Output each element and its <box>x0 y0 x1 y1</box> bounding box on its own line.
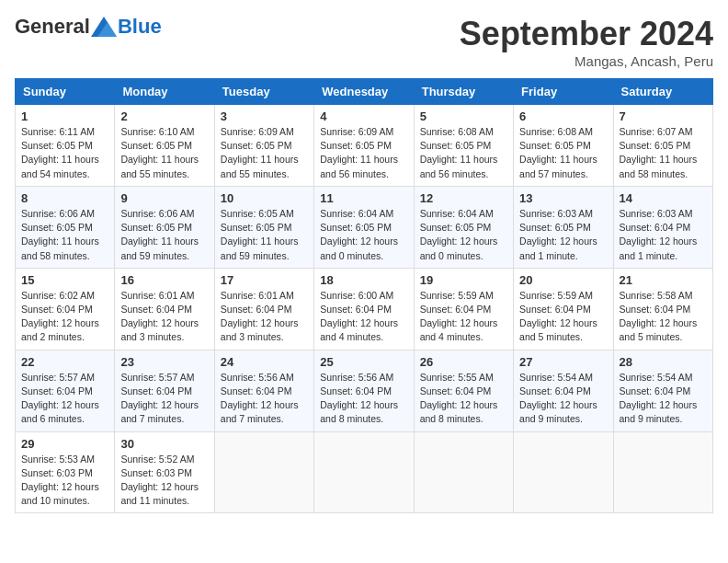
sunrise-label: Sunrise: <box>120 454 158 465</box>
calendar-week-row: 22 Sunrise: 5:57 AM Sunset: 6:04 PM Dayl… <box>16 350 713 431</box>
table-row: 9 Sunrise: 6:06 AM Sunset: 6:05 PM Dayli… <box>115 186 214 268</box>
sunrise-label: Sunrise: <box>420 372 458 383</box>
day-number: 14 <box>620 191 707 205</box>
daylight-label: Daylight: 11 hours and 56 minutes. <box>420 154 498 178</box>
table-row: 1 Sunrise: 6:11 AM Sunset: 6:05 PM Dayli… <box>16 105 115 187</box>
sunrise-value: 6:04 AM <box>458 208 494 219</box>
sunrise-value: 6:07 AM <box>657 126 693 137</box>
daylight-label: Daylight: 11 hours and 55 minutes. <box>221 154 299 178</box>
day-number: 30 <box>120 437 208 451</box>
sunrise-value: 6:00 AM <box>358 290 394 301</box>
day-info: Sunrise: 5:55 AM Sunset: 6:04 PM Dayligh… <box>420 371 507 427</box>
sunrise-value: 6:11 AM <box>59 126 95 137</box>
daylight-label: Daylight: 12 hours and 4 minutes. <box>420 317 498 342</box>
sunrise-value: 6:04 AM <box>358 208 394 219</box>
sunrise-value: 6:03 AM <box>657 208 693 219</box>
table-row: 30 Sunrise: 5:52 AM Sunset: 6:03 PM Dayl… <box>115 431 214 513</box>
logo-blue-text: Blue <box>118 15 162 39</box>
day-number: 28 <box>620 355 707 369</box>
day-number: 3 <box>221 109 308 123</box>
sunset-value: 6:05 PM <box>256 222 291 233</box>
sunrise-value: 5:58 AM <box>657 290 693 301</box>
sunrise-value: 6:02 AM <box>59 290 95 301</box>
daylight-label: Daylight: 12 hours and 6 minutes. <box>21 399 99 424</box>
sunrise-label: Sunrise: <box>21 454 59 465</box>
sunset-label: Sunset: <box>620 304 655 315</box>
daylight-label: Daylight: 12 hours and 10 minutes. <box>21 481 99 506</box>
day-info: Sunrise: 6:06 AM Sunset: 6:05 PM Dayligh… <box>21 207 108 263</box>
sunset-label: Sunset: <box>620 385 655 396</box>
col-saturday: Saturday <box>613 79 712 105</box>
table-row: 28 Sunrise: 5:54 AM Sunset: 6:04 PM Dayl… <box>613 350 712 431</box>
sunrise-value: 5:59 AM <box>458 290 494 301</box>
sunset-value: 6:05 PM <box>156 140 192 151</box>
day-info: Sunrise: 6:06 AM Sunset: 6:05 PM Dayligh… <box>120 207 208 263</box>
table-row: 22 Sunrise: 5:57 AM Sunset: 6:04 PM Dayl… <box>16 350 115 431</box>
sunset-label: Sunset: <box>120 385 156 396</box>
day-number: 2 <box>120 109 208 123</box>
table-row: 24 Sunrise: 5:56 AM Sunset: 6:04 PM Dayl… <box>214 350 313 431</box>
daylight-label: Daylight: 11 hours and 56 minutes. <box>320 154 398 178</box>
table-row <box>214 431 313 513</box>
day-info: Sunrise: 5:58 AM Sunset: 6:04 PM Dayligh… <box>620 289 707 345</box>
sunset-value: 6:04 PM <box>57 385 93 396</box>
calendar-week-row: 1 Sunrise: 6:11 AM Sunset: 6:05 PM Dayli… <box>16 105 713 187</box>
daylight-label: Daylight: 11 hours and 57 minutes. <box>519 154 597 178</box>
table-row: 19 Sunrise: 5:59 AM Sunset: 6:04 PM Dayl… <box>414 268 513 350</box>
sunrise-label: Sunrise: <box>519 208 557 219</box>
daylight-label: Daylight: 12 hours and 2 minutes. <box>21 317 99 342</box>
title-block: September 2024 Mangas, Ancash, Peru <box>460 15 713 69</box>
sunset-value: 6:05 PM <box>57 222 93 233</box>
day-number: 25 <box>320 355 407 369</box>
sunset-label: Sunset: <box>620 140 655 151</box>
sunset-label: Sunset: <box>519 385 555 396</box>
calendar-week-row: 8 Sunrise: 6:06 AM Sunset: 6:05 PM Dayli… <box>16 186 713 268</box>
calendar-week-row: 15 Sunrise: 6:02 AM Sunset: 6:04 PM Dayl… <box>16 268 713 350</box>
table-row: 26 Sunrise: 5:55 AM Sunset: 6:04 PM Dayl… <box>414 350 513 431</box>
logo-general-text: General <box>15 15 90 39</box>
table-row: 4 Sunrise: 6:09 AM Sunset: 6:05 PM Dayli… <box>314 105 414 187</box>
daylight-label: Daylight: 12 hours and 11 minutes. <box>120 481 199 506</box>
sunrise-label: Sunrise: <box>620 208 657 219</box>
daylight-label: Daylight: 12 hours and 5 minutes. <box>620 317 698 342</box>
sunrise-value: 5:52 AM <box>159 454 195 465</box>
sunrise-value: 5:57 AM <box>59 372 95 383</box>
day-number: 11 <box>320 191 407 205</box>
sunrise-label: Sunrise: <box>221 126 258 137</box>
table-row: 6 Sunrise: 6:08 AM Sunset: 6:05 PM Dayli… <box>514 105 613 187</box>
sunset-value: 6:03 PM <box>57 467 93 478</box>
table-row: 14 Sunrise: 6:03 AM Sunset: 6:04 PM Dayl… <box>613 186 712 268</box>
sunset-label: Sunset: <box>21 385 57 396</box>
table-row: 20 Sunrise: 5:59 AM Sunset: 6:04 PM Dayl… <box>514 268 613 350</box>
sunset-label: Sunset: <box>320 140 356 151</box>
sunrise-value: 5:54 AM <box>558 372 594 383</box>
day-info: Sunrise: 6:08 AM Sunset: 6:05 PM Dayligh… <box>420 125 507 181</box>
sunset-value: 6:03 PM <box>156 467 192 478</box>
day-info: Sunrise: 5:59 AM Sunset: 6:04 PM Dayligh… <box>420 289 507 345</box>
daylight-label: Daylight: 12 hours and 9 minutes. <box>519 399 597 424</box>
day-number: 15 <box>21 273 108 287</box>
daylight-label: Daylight: 12 hours and 0 minutes. <box>320 236 398 260</box>
sunset-value: 6:04 PM <box>156 385 192 396</box>
table-row: 29 Sunrise: 5:53 AM Sunset: 6:03 PM Dayl… <box>16 431 115 513</box>
sunrise-label: Sunrise: <box>519 290 557 301</box>
sunset-value: 6:05 PM <box>555 222 591 233</box>
day-info: Sunrise: 6:02 AM Sunset: 6:04 PM Dayligh… <box>21 289 108 345</box>
table-row: 2 Sunrise: 6:10 AM Sunset: 6:05 PM Dayli… <box>115 105 214 187</box>
table-row <box>314 431 414 513</box>
col-wednesday: Wednesday <box>314 79 414 105</box>
calendar-week-row: 29 Sunrise: 5:53 AM Sunset: 6:03 PM Dayl… <box>16 431 713 513</box>
day-info: Sunrise: 6:03 AM Sunset: 6:04 PM Dayligh… <box>620 207 707 263</box>
sunset-label: Sunset: <box>120 467 156 478</box>
daylight-label: Daylight: 12 hours and 4 minutes. <box>320 317 398 342</box>
sunset-label: Sunset: <box>221 304 256 315</box>
day-info: Sunrise: 6:09 AM Sunset: 6:05 PM Dayligh… <box>221 125 308 181</box>
sunrise-label: Sunrise: <box>320 208 358 219</box>
sunrise-value: 6:09 AM <box>358 126 394 137</box>
day-info: Sunrise: 6:05 AM Sunset: 6:05 PM Dayligh… <box>221 207 308 263</box>
day-number: 29 <box>21 437 108 451</box>
day-number: 9 <box>120 191 208 205</box>
day-number: 22 <box>21 355 108 369</box>
sunset-value: 6:04 PM <box>654 222 690 233</box>
calendar-header-row: Sunday Monday Tuesday Wednesday Thursday… <box>16 79 713 105</box>
